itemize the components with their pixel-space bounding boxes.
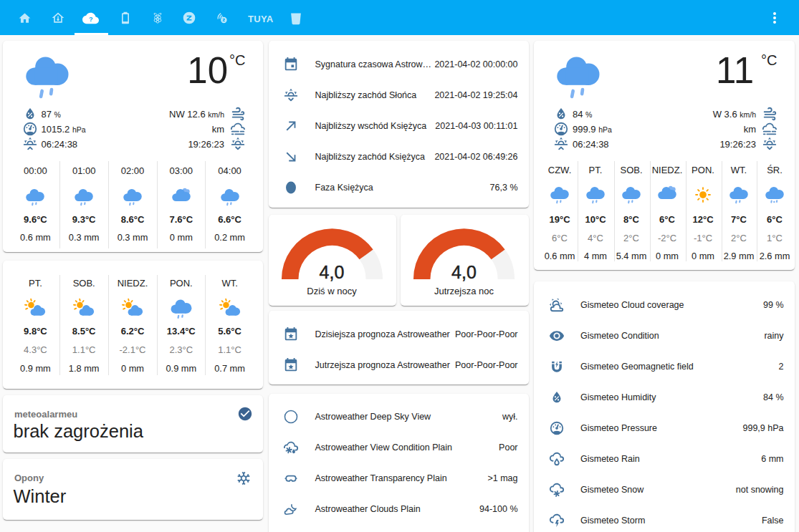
svg-text:?: ? bbox=[89, 16, 93, 23]
